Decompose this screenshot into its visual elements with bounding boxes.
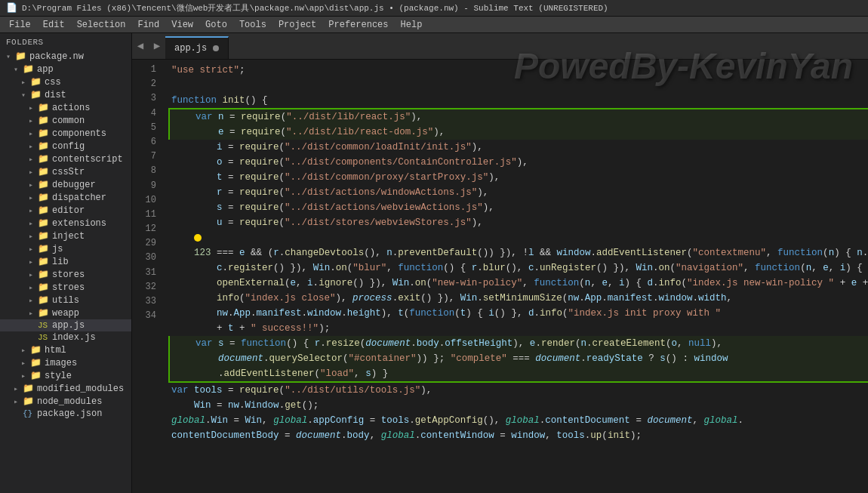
menu-goto[interactable]: Goto [199, 18, 233, 32]
arrow-stroes [29, 283, 38, 292]
tree-item-css[interactable]: 📁css [0, 75, 131, 88]
label-config: config [52, 141, 85, 152]
code-line-3: function init() { [168, 93, 868, 108]
tab-modified-dot [213, 45, 219, 51]
arrow-weapp [29, 309, 38, 318]
tree-item-images[interactable]: 📁images [0, 356, 131, 369]
code-line-7: o = require("../dist/components/ContainC… [168, 155, 868, 170]
tree-item-node_modules[interactable]: 📁node_modules [0, 395, 131, 408]
code-line-33: global.Win = Win, global.appConfig = too… [168, 413, 868, 443]
menu-file[interactable]: File [3, 18, 37, 32]
folder-icon-images: 📁 [30, 357, 42, 368]
tree-item-dist[interactable]: 📁dist [0, 88, 131, 101]
label-cssStr: cssStr [52, 167, 85, 177]
folder-icon-package-nw: 📁 [15, 51, 27, 62]
label-extensions: extensions [52, 218, 106, 229]
arrow-contentscript [29, 155, 38, 164]
tree-item-stores[interactable]: 📁stores [0, 268, 131, 281]
code-area[interactable]: 123456789101112293031323334 "use strict"… [132, 60, 868, 493]
tree-item-app[interactable]: 📁app [0, 63, 131, 75]
tree-item-dispatcher[interactable]: 📁dispatcher [0, 191, 131, 204]
tab-label: app.js [174, 43, 207, 54]
code-line-1: "use strict"; [168, 63, 868, 78]
tree-item-inject[interactable]: 📁inject [0, 230, 131, 242]
label-weapp: weapp [52, 308, 79, 319]
code-line-10: s = require("../dist/actions/webviewActi… [168, 200, 868, 215]
label-inject: inject [52, 231, 85, 242]
tree-item-contentscript[interactable]: 📁contentscript [0, 153, 131, 165]
tree-item-html[interactable]: 📁html [0, 344, 131, 356]
label-stores: stores [52, 270, 85, 280]
tree-item-lib[interactable]: 📁lib [0, 255, 131, 268]
tree-item-js[interactable]: 📁js [0, 242, 131, 255]
folder-icon-js: 📁 [38, 243, 50, 254]
tab-nav-left[interactable]: ◀ [132, 33, 149, 59]
tree-item-modified_modules[interactable]: 📁modified_modules [0, 382, 131, 395]
tree-item-actions[interactable]: 📁actions [0, 101, 131, 114]
folder-icon-node_modules: 📁 [23, 396, 35, 407]
label-lib: lib [52, 257, 69, 267]
label-images: images [45, 358, 77, 368]
menu-edit[interactable]: Edit [37, 18, 71, 32]
tree-item-stroes[interactable]: 📁stroes [0, 281, 131, 294]
arrow-extensions [29, 219, 38, 228]
folder-icon-common: 📁 [38, 115, 50, 126]
arrow-components [29, 129, 38, 138]
tab-app-js[interactable]: app.js [165, 36, 229, 59]
label-common: common [52, 116, 85, 126]
menu-preferences[interactable]: Preferences [322, 18, 394, 32]
tree-item-components[interactable]: 📁components [0, 127, 131, 140]
code-line-8: t = require("../dist/common/proxy/startP… [168, 170, 868, 185]
editor-area: ◀ ▶ app.js PowedBy-KevinYan 123456789101… [132, 33, 868, 493]
line-number-5: 5 [132, 121, 156, 135]
code-line-32: Win = nw.Window.get(); [168, 398, 868, 413]
folder-icon-config: 📁 [38, 140, 50, 152]
tree-item-package-nw[interactable]: 📁package.nw [0, 50, 131, 63]
code-line-31: var tools = require("../dist/utils/tools… [168, 383, 868, 398]
code-line-29: 123 === e && (r.changeDevtools(), n.prev… [168, 245, 868, 336]
arrow-lib [29, 257, 38, 267]
line-number-12: 12 [132, 222, 156, 236]
tree-item-cssStr[interactable]: 📁cssStr [0, 165, 131, 178]
code-line-11: u = require("../dist/stores/webviewStore… [168, 215, 868, 230]
menu-project[interactable]: Project [272, 18, 322, 32]
tree-item-editor[interactable]: 📁editor [0, 204, 131, 217]
label-app: app [37, 64, 54, 75]
title-text: D:\Program Files (x86)\Tencent\微信web开发者工… [22, 2, 608, 14]
menu-help[interactable]: Help [395, 18, 429, 32]
tree-item-debugger[interactable]: 📁debugger [0, 178, 131, 191]
line-number-34: 34 [132, 309, 156, 323]
menu-view[interactable]: View [165, 18, 199, 32]
tree-item-weapp[interactable]: 📁weapp [0, 307, 131, 319]
tree-item-config[interactable]: 📁config [0, 140, 131, 153]
line-number-10: 10 [132, 193, 156, 208]
file-icon-package-json: {} [23, 409, 35, 418]
tree-item-index-js[interactable]: JSindex.js [0, 331, 131, 344]
line-number-3: 3 [132, 91, 156, 106]
code-line-12 [168, 230, 868, 245]
sidebar: FOLDERS 📁package.nw📁app📁css📁dist📁actions… [0, 33, 132, 493]
folder-icon-lib: 📁 [38, 256, 50, 267]
folder-icon-css: 📁 [30, 76, 42, 88]
arrow-dist [21, 91, 30, 100]
label-css: css [45, 77, 61, 88]
folder-icon-stores: 📁 [38, 269, 50, 280]
menu-selection[interactable]: Selection [71, 18, 132, 32]
tree-item-utils[interactable]: 📁utils [0, 294, 131, 307]
tree-item-package-json[interactable]: {}package.json [0, 408, 131, 420]
folder-icon-contentscript: 📁 [38, 153, 50, 165]
tree-item-extensions[interactable]: 📁extensions [0, 217, 131, 230]
menu-find[interactable]: Find [131, 18, 165, 32]
label-modified_modules: modified_modules [37, 384, 124, 394]
code-content[interactable]: "use strict";function init() { var n = r… [162, 60, 868, 493]
tree-item-style[interactable]: 📁style [0, 369, 131, 382]
arrow-stores [29, 270, 38, 279]
tree-item-common[interactable]: 📁common [0, 114, 131, 127]
arrow-editor [29, 206, 38, 215]
tab-nav-right[interactable]: ▶ [149, 33, 165, 59]
code-line-4: var n = require("../dist/lib/react.js"), [168, 108, 868, 125]
tree-item-app-js[interactable]: JSapp.js [0, 319, 131, 331]
label-package-json: package.json [37, 408, 102, 419]
arrow-style [21, 371, 30, 381]
menu-tools[interactable]: Tools [233, 18, 272, 32]
